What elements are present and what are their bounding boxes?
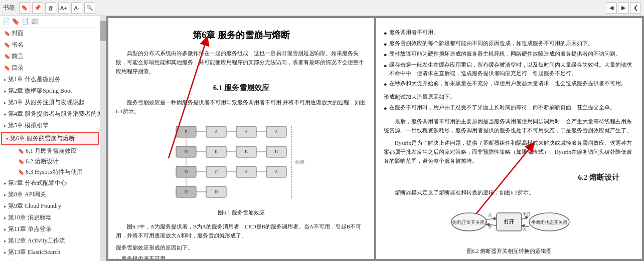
sidebar-item-ch4[interactable]: ▸ 第4章 服务提供者与服务消费者的关系: [0, 108, 100, 120]
sidebar-item-ch6[interactable]: ▾ 第6章 服务的雪崩与熔断: [1, 132, 99, 145]
hystrix-desc: Hystrix是为了解决上述问题，提供了幂断器组件和隔高模式来解决或减轻服务雪崩…: [384, 138, 634, 165]
nav-prev-btn[interactable]: ◀: [606, 3, 617, 14]
sidebar-label-ch13: 第13章 ElasticSearch: [8, 248, 60, 256]
svg-text:A: A: [245, 169, 248, 174]
sidebar-label-ch8: 第8章 API网关: [8, 190, 46, 199]
sidebar-item-ch6-1[interactable]: 🔖 6.1 月民务雪崩效应: [0, 146, 100, 156]
pdf-page-left: 第6章 服务的雪崩与熔断 典型的分布式系统由许多微作件在一起的服务组成，这也一容…: [108, 18, 374, 259]
figure2-area: 关闭(正常开关闭) 打开 半断闭状态开关闭 关 开: [384, 202, 634, 255]
right-page-content: ● 服务调用者不可用。 ● 服务雪崩效应的每个阶段都可能由不同的原因造成，如造成…: [384, 28, 634, 259]
nav-controls: ◀ ▶ ❮: [606, 3, 641, 14]
sidebar-item-ch5[interactable]: ▸ 第5章 模拟引擎: [0, 120, 100, 131]
sidebar-label-ch6-2: 6.2 熔断设计: [26, 157, 59, 166]
sidebar-label-ch2: 第2章 微框架Spring Boot: [8, 87, 72, 95]
sidebar-item-bookname[interactable]: 🔖 书名: [0, 39, 100, 51]
right-bullet-text-4: 在秒杀和大促开始前，如果黑量在不充分，即使用户发起大量请求，也会造成服务提供者不…: [389, 79, 626, 88]
expand-ch11: ▸: [4, 227, 7, 232]
expand-ch10: ▸: [4, 215, 7, 220]
svg-text:D: D: [215, 189, 218, 194]
section1-body: 服务雪崩效应是一种因服务提供者不可用导致服务调用者不可用,并将不可用逐渐放大的过…: [116, 98, 367, 116]
figure1-desc: 图6.1中，A为服务提供者，B为A的服务消用者，CRD是B的服务调用者。当A不可…: [116, 222, 367, 240]
figure2-caption: 图6.2 熔断器开关相互转换的逻辑图: [384, 246, 634, 255]
sidebar-label-ch4: 第4章 服务提供者与服务消费者的关系: [8, 110, 100, 118]
right-bullet-dot-2: ●: [384, 51, 387, 60]
expand-ch1: ▸: [4, 77, 7, 82]
sidebar-label-ch5: 第5章 模拟引擎: [8, 121, 49, 130]
sidebar-icon-3: 📑: [21, 18, 29, 26]
right-bullet-text-s2-0: 在服务不可用时，用户由于忍受不了界面上长时间的等待，而不断刷新页面，甚至提交全单…: [389, 103, 615, 112]
sidebar-item-cover[interactable]: 🔖 封面: [0, 28, 100, 39]
nav-next-btn[interactable]: ▶: [618, 3, 629, 14]
svg-text:关: 关: [523, 227, 527, 231]
sidebar-label-ch7: 第7章 分布式配置中心: [8, 179, 67, 187]
sidebar-item-toc[interactable]: 🔖 目录: [0, 62, 100, 74]
scroll-thumb[interactable]: [100, 21, 106, 41]
svg-text:B: B: [215, 149, 218, 154]
sidebar-label-ch6-1: 6.1 月民务雪崩效应: [26, 147, 77, 155]
sidebar-label-ch3: 第3章 从服务注册与发现说起: [8, 98, 85, 107]
sidebar-item-ch9[interactable]: ▸ 第9章 Cloud Foundry: [0, 200, 100, 212]
sidebar-label-ch1: 第1章 什么是微服务: [8, 75, 61, 84]
svg-text:时间: 时间: [295, 160, 304, 165]
font-decrease-btn[interactable]: A-: [71, 3, 82, 14]
expand-ch7: ▸: [4, 181, 7, 186]
sidebar-item-ch6-3[interactable]: 🔖 6.3 Hystrix特性与使用: [0, 167, 100, 177]
expand-ch13: ▸: [4, 250, 7, 255]
right-bullet-dot-1: ●: [384, 40, 387, 49]
svg-line-51: [487, 218, 497, 219]
sidebar-item-ch1[interactable]: ▸ 第1章 什么是微服务: [0, 74, 100, 85]
sidebar-label-cover: 封面: [12, 29, 24, 38]
bookmark-icon-btn[interactable]: 🔖: [19, 3, 30, 14]
sidebar-item-ch7[interactable]: ▸ 第7章 分布式配置中心: [0, 177, 100, 189]
right-bullet-s2-0: ● 在服务不可用时，用户由于忍受不了界面上长时间的等待，而不断刷新页面，甚至提交…: [384, 103, 634, 113]
expand-ch9: ▸: [4, 204, 7, 209]
bookmark-icon-toc: 🔖: [4, 65, 10, 71]
expand-ch6: ▾: [6, 136, 9, 141]
sidebar-item-ch3[interactable]: ▸ 第3章 从服务注册与发现说起: [0, 97, 100, 108]
sidebar-item-ch11[interactable]: ▸ 第11章 单点登录: [0, 223, 100, 235]
pdf-page-right: ● 服务调用者不可用。 ● 服务雪崩效应的每个阶段都可能由不同的原因造成，如造成…: [376, 18, 642, 259]
content-area: 第6章 服务的雪崩与熔断 典型的分布式系统由许多微作件在一起的服务组成，这也一容…: [100, 16, 644, 261]
sidebar-item-ch14[interactable]: ▸ 第14章 ELK Stack: [0, 258, 100, 261]
sidebar-item-ch13[interactable]: ▸ 第13章 ElasticSearch: [0, 246, 100, 258]
sidebar-item-ch6-2[interactable]: 🔖 6.2 熔断设计: [0, 156, 100, 167]
collapse-btn[interactable]: ❮: [630, 3, 641, 14]
svg-text:B: B: [275, 149, 278, 154]
sidebar-item-preface[interactable]: 🔖 前言: [0, 51, 100, 62]
sidebar-item-ch2[interactable]: ▸ 第2章 微框架Spring Boot: [0, 85, 100, 97]
expand-ch12: ▸: [4, 238, 7, 243]
zoom-btn[interactable]: 🔍: [84, 3, 95, 14]
svg-text:A: A: [215, 129, 218, 134]
expand-ch2: ▸: [4, 89, 7, 94]
svg-text:D: D: [185, 169, 188, 174]
expand-ch4: ▸: [4, 112, 7, 117]
right-bullet-2: ● 硬件故障可能为硬件损坏造成的服务器主机死机，网络硬件故障造成的服务提供者的不…: [384, 50, 634, 60]
sidebar-item-ch12[interactable]: ▸ 第12章 Activity工作流: [0, 235, 100, 246]
right-bullet-3: ● 缓存击穿一般发生在缓存应用重启，所有缓存被清空时，以及短时间内大量缓存失效时…: [384, 61, 634, 78]
figure1-svg: B A A A D: [171, 121, 311, 206]
sidebar-item-ch10[interactable]: ▸ 第10章 消息驱动: [0, 212, 100, 223]
right-bullet-4: ● 在秒杀和大促开始前，如果黑量在不充分，即使用户发起大量请求，也会造成服务提供…: [384, 79, 634, 89]
fuse-desc: 熔断器模式定义了熔断器准和转换的逻辑，如图6.2所示。: [384, 188, 634, 197]
bookmark-icon-bookname: 🔖: [4, 42, 10, 48]
cause-1-text: 服务提供者不可用。: [121, 254, 171, 259]
sidebar-label-ch6-3: 6.3 Hystrix特性与使用: [26, 168, 83, 176]
svg-text:半开: 半开: [523, 212, 531, 216]
svg-text:关闭(正常开关闭): 关闭(正常开关闭): [452, 220, 487, 225]
section3-text: 最后，服务调用者不可用的主要原因是当服务调用者使用同步调用时，会产生大量等待线程…: [384, 117, 634, 135]
remove-bookmark-btn[interactable]: 🗑: [45, 3, 56, 14]
expand-ch8: ▸: [4, 192, 7, 197]
sidebar-item-ch8[interactable]: ▸ 第8章 API网关: [0, 189, 100, 200]
sidebar-label-ch10: 第10章 消息驱动: [8, 213, 52, 222]
svg-text:A: A: [245, 129, 248, 134]
bookmark-icon-preface: 🔖: [4, 54, 10, 59]
font-increase-btn[interactable]: A+: [58, 3, 69, 14]
add-bookmark-btn[interactable]: 📌: [32, 3, 43, 14]
figure2-svg: 关闭(正常开关闭) 打开 半断闭状态开关闭 关 开: [444, 202, 574, 242]
right-bullet-text-0: 服务调用者不可用。: [389, 28, 439, 37]
right-bullet-dot-s2-0: ●: [384, 104, 387, 113]
scrollbar[interactable]: [100, 16, 106, 261]
expand-ch5: ▸: [4, 123, 7, 128]
sidebar-icon-4: 📰: [31, 18, 39, 26]
figure1-caption: 图6.1 服务雪崩效应: [116, 208, 367, 217]
